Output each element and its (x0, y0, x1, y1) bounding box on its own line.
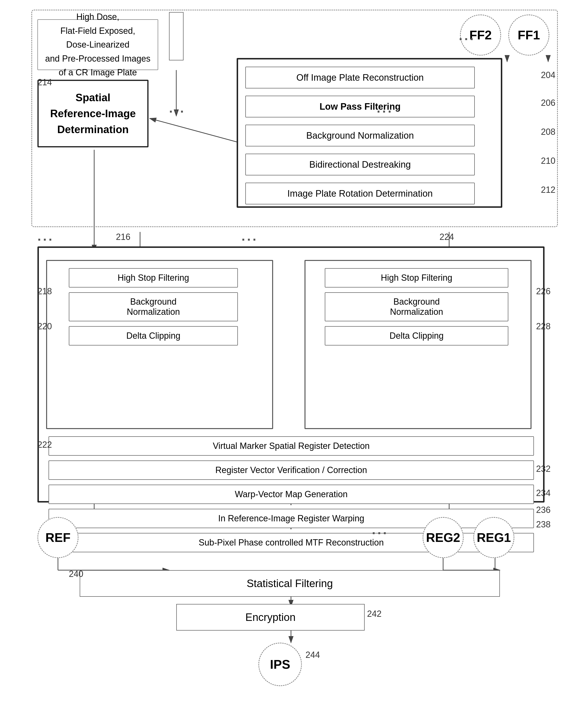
step-delta-right: Delta Clipping (325, 326, 508, 346)
step-vmsr: Virtual Marker Spatial Register Detectio… (49, 436, 534, 456)
dots-bottom-top: ··· (242, 232, 258, 247)
ref-232: 232 (536, 464, 550, 474)
ref-220: 220 (38, 321, 52, 332)
reg1-label: REG1 (477, 530, 511, 545)
input-description: High Dose, Flat-Field Exposed, Dose-Line… (38, 19, 158, 70)
top-process-box: Off Image Plate Reconstruction Low Pass … (237, 58, 502, 208)
spatial-ref-box: Spatial Reference-Image Determination (38, 80, 148, 148)
ref-206: 206 (541, 98, 556, 108)
ff1-label: FF1 (518, 28, 540, 42)
ref-238: 238 (536, 519, 550, 530)
left-col-box: High Stop Filtering Background Normaliza… (46, 260, 273, 429)
irreg-label: In Reference-Image Register Warping (218, 513, 365, 524)
stat-filter-label: Statistical Filtering (247, 577, 333, 589)
spatial-ref-label: Spatial Reference-Image Determination (50, 90, 136, 137)
dots-middle-right: ··· (377, 104, 393, 119)
ref-node: REF (38, 517, 78, 558)
step-off-image-plate: Off Image Plate Reconstruction (245, 67, 475, 89)
step-bg-normalization-1: Background Normalization (245, 125, 475, 146)
step-low-pass-filtering: Low Pass Filtering (245, 96, 475, 117)
input-vertical-bar (169, 12, 184, 60)
ref-226: 226 (536, 286, 550, 296)
ref-228: 228 (536, 321, 550, 332)
delta-l-label: Delta Clipping (126, 331, 180, 341)
step-bidir-destreaking: Bidirectional Destreaking (245, 154, 475, 175)
high-stop-r-label: High Stop Filtering (381, 273, 452, 283)
reg1-node: REG1 (473, 517, 514, 558)
step-irreg: In Reference-Image Register Warping (49, 509, 534, 528)
high-stop-l-label: High Stop Filtering (118, 273, 189, 283)
ips-label: IPS (270, 657, 290, 671)
ref-210: 210 (541, 156, 556, 166)
diagram-container: High Dose, Flat-Field Exposed, Dose-Line… (0, 0, 588, 704)
delta-r-label: Delta Clipping (390, 331, 444, 341)
input-description-text: High Dose, Flat-Field Exposed, Dose-Line… (45, 10, 150, 79)
step-bidir-label: Bidirectional Destreaking (309, 160, 411, 170)
step-ip-rotation-label: Image Plate Rotation Determination (287, 188, 433, 199)
stat-filter-box: Statistical Filtering (80, 570, 500, 597)
ref-224: 224 (440, 232, 454, 242)
ref-218: 218 (38, 286, 52, 296)
bg-norm-l-label: Background Normalization (127, 297, 180, 317)
rvvc-label: Register Vector Verification / Correctio… (215, 465, 367, 475)
ref-208: 208 (541, 127, 556, 137)
step-bg-norm-left: Background Normalization (69, 292, 238, 321)
step-rvvc: Register Vector Verification / Correctio… (49, 461, 534, 480)
step-bg-norm1-label: Background Normalization (306, 130, 414, 141)
reg2-node: REG2 (422, 517, 464, 558)
ref-214: 214 (38, 77, 52, 87)
dots-middle-left: ··· (169, 104, 186, 119)
step-delta-left: Delta Clipping (69, 326, 238, 346)
encryption-box: Encryption (176, 604, 365, 631)
step-high-stop-left: High Stop Filtering (69, 268, 238, 288)
step-wvmg: Warp-Vector Map Generation (49, 485, 534, 504)
wvmg-label: Warp-Vector Map Generation (235, 489, 348, 500)
encryption-label: Encryption (245, 611, 296, 623)
ref-label-text: REF (45, 530, 70, 545)
sppm-label: Sub-Pixel Phase controlled MTF Reconstru… (199, 537, 384, 548)
dots-top-right: ··· (459, 32, 475, 46)
dots-left-col: ··· (38, 232, 54, 247)
ref-216: 216 (116, 232, 130, 242)
ref-234: 234 (536, 488, 550, 498)
step-ip-rotation: Image Plate Rotation Determination (245, 183, 475, 204)
reg2-label: REG2 (426, 530, 460, 545)
ref-222: 222 (38, 440, 52, 450)
ref-204: 204 (541, 70, 556, 80)
ips-node: IPS (258, 643, 302, 686)
step-high-stop-right: High Stop Filtering (325, 268, 508, 288)
ref-212: 212 (541, 185, 556, 195)
step-bg-norm-right: Background Normalization (325, 292, 508, 321)
bg-norm-r-label: Background Normalization (390, 297, 443, 317)
ff1-node: FF1 (508, 14, 549, 56)
ref-242: 242 (367, 609, 382, 619)
ref-244: 244 (306, 650, 320, 660)
dots-reg-nodes: ··· (372, 525, 389, 540)
ref-236: 236 (536, 505, 550, 515)
vmsr-label: Virtual Marker Spatial Register Detectio… (213, 441, 370, 451)
step-off-image-label: Off Image Plate Reconstruction (296, 72, 423, 83)
ref-240: 240 (69, 569, 83, 579)
bottom-process-box: High Stop Filtering Background Normaliza… (38, 246, 544, 503)
right-col-box: High Stop Filtering Background Normaliza… (305, 260, 531, 429)
